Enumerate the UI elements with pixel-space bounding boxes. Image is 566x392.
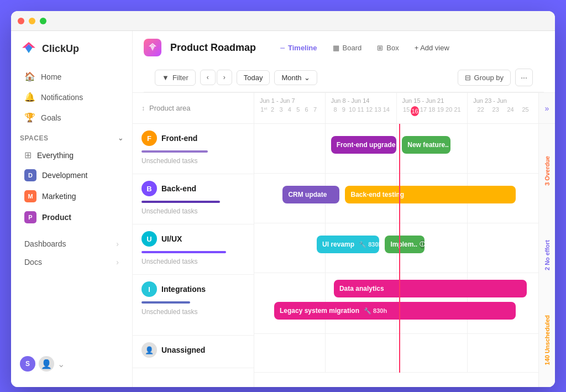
project-icon: [144, 39, 161, 56]
task-crm-update[interactable]: CRM update: [282, 186, 339, 203]
row-header-unassigned: 👤 Unassigned: [133, 342, 254, 358]
unscheduled-label-container[interactable]: 140 Unscheduled: [544, 298, 551, 383]
product-badge: P: [24, 211, 36, 223]
day-numbers-4: 22 23 24 25: [473, 106, 533, 113]
sort-icon: ↕: [142, 104, 145, 112]
sidebar-item-product[interactable]: P Product: [15, 207, 128, 227]
minimize-button[interactable]: [29, 18, 35, 24]
nav-notifications-label: Notifications: [41, 93, 83, 102]
app-window: ClickUp 🏠 Home 🔔 Notifications 🏆 Goals S…: [11, 11, 555, 387]
more-options-button[interactable]: ···: [515, 69, 533, 86]
tab-box[interactable]: ⊞ Box: [370, 40, 405, 55]
timeline-area-header: ↕ Product area: [133, 93, 254, 124]
backend-title: Back-end: [161, 184, 196, 193]
prev-button[interactable]: ‹: [200, 70, 216, 85]
row-header-uiux: U UI/UX: [133, 231, 254, 247]
unassigned-avatar: 👤: [142, 342, 157, 358]
week-header-1: Jun 1 - Jun 7 1ˢᵗ 2 3 4 5 6 7: [254, 93, 326, 123]
day-numbers-3: 15 16 17 18 19 20 21: [402, 106, 462, 116]
sidebar-footer: S 👤 ⌄: [11, 349, 132, 378]
integrations-progress-bar: [142, 301, 190, 304]
backend-avatar: B: [142, 181, 157, 196]
maximize-button[interactable]: [40, 18, 46, 24]
tab-timeline[interactable]: ⏤ Timeline: [274, 40, 324, 55]
task-backend-testing[interactable]: Back-end testing: [345, 186, 515, 203]
next-button[interactable]: ›: [217, 70, 232, 85]
clickup-logo-icon: [20, 40, 38, 58]
grid-col-un-2: [326, 334, 397, 372]
row-header-backend: B Back-end: [133, 181, 254, 196]
task-new-feature[interactable]: New feature.. ⓘ: [402, 136, 450, 154]
timeline-row-unassigned: 👤 Unassigned: [133, 336, 254, 368]
task-frontend-upgrade[interactable]: Front-end upgrade 🔧 830h: [331, 136, 396, 154]
overdue-label-container[interactable]: 3 Overdue: [544, 128, 551, 213]
user-avatar-s[interactable]: S: [20, 356, 35, 372]
everything-label: Everything: [37, 151, 74, 160]
task-data-analytics[interactable]: Data analytics: [334, 280, 527, 297]
user-dropdown-icon[interactable]: ⌄: [57, 359, 65, 369]
noeffort-label-container[interactable]: 2 No effort: [544, 213, 551, 297]
development-label: Development: [42, 171, 88, 180]
titlebar: [11, 11, 555, 31]
marketing-badge: M: [24, 190, 36, 202]
toolbar: ▼ Filter ‹ › Today Month ⌄: [144, 63, 544, 92]
week-header-2: Jun 8 - Jun 14 8 9 10 11 12 13 14: [326, 93, 397, 123]
grid-row-backend: CRM update Back-end testing: [254, 174, 538, 223]
timeline-row-integrations: I Integrations Unscheduled tasks: [133, 275, 254, 336]
everything-grid-icon: ⊞: [24, 150, 32, 160]
spaces-collapse-icon[interactable]: ⌄: [118, 134, 124, 142]
bell-icon: 🔔: [24, 92, 35, 102]
task-ui-revamp[interactable]: UI revamp 🔧 830h: [317, 236, 379, 253]
sidebar-item-notifications[interactable]: 🔔 Notifications: [15, 87, 128, 107]
sidebar-item-everything[interactable]: ⊞ Everything: [15, 146, 128, 164]
week-header-3: Jun 15 - Jun 21 15 16 17 18 19 20 21: [397, 93, 468, 123]
collapse-arrow[interactable]: »: [545, 104, 549, 113]
integrations-title: Integrations: [161, 285, 206, 294]
close-button[interactable]: [18, 18, 24, 24]
spaces-label: Spaces: [20, 134, 48, 142]
grid-row-unassigned: [254, 334, 538, 373]
day-numbers-2: 8 9 10 11 12 13 14: [331, 106, 391, 113]
right-panel: » 3 Overdue 2 No effort 140 Unscheduled: [538, 93, 555, 387]
month-button[interactable]: Month ⌄: [274, 70, 317, 85]
tab-board[interactable]: ▦ Board: [326, 40, 369, 55]
sidebar-item-home[interactable]: 🏠 Home: [15, 67, 128, 86]
frontend-unscheduled: Unscheduled tasks: [133, 155, 254, 167]
add-view-button[interactable]: + Add view: [408, 40, 456, 55]
grid-row-integrations: Data analytics Legacy system migration 🔧…: [254, 273, 538, 334]
uiux-unscheduled: Unscheduled tasks: [133, 255, 254, 268]
nav-home-label: Home: [41, 72, 61, 81]
grid-col-un-1: [254, 334, 326, 372]
filter-button[interactable]: ▼ Filter: [155, 70, 196, 86]
sidebar-item-development[interactable]: D Development: [15, 165, 128, 185]
product-label: Product: [42, 213, 71, 222]
filter-icon: ▼: [162, 74, 169, 82]
timeline-icon: ⏤: [280, 44, 285, 52]
day-numbers-1: 1ˢᵗ 2 3 4 5 6 7: [260, 106, 319, 113]
app-name: ClickUp: [42, 43, 79, 55]
collapse-header: »: [539, 93, 555, 124]
view-tabs: ⏤ Timeline ▦ Board ⊞ Box + Add view: [274, 40, 456, 55]
sidebar-item-dashboards[interactable]: Dashboards ›: [15, 235, 128, 253]
grid-header: Jun 1 - Jun 7 1ˢᵗ 2 3 4 5 6 7: [254, 93, 538, 124]
task-implement[interactable]: Implem.. ⓘ: [385, 236, 424, 253]
uiux-avatar: U: [142, 231, 157, 247]
row-header-frontend: F Front-end: [133, 130, 254, 146]
sidebar-item-goals[interactable]: 🏆 Goals: [15, 108, 128, 127]
today-button[interactable]: Today: [237, 70, 270, 85]
noeffort-label: 2 No effort: [544, 240, 551, 270]
sidebar-item-docs[interactable]: Docs ›: [15, 253, 128, 271]
task-legacy-migration[interactable]: Legacy system migration 🔧 830h: [274, 302, 516, 320]
user-avatar-photo[interactable]: 👤: [39, 356, 54, 372]
app-body: ClickUp 🏠 Home 🔔 Notifications 🏆 Goals S…: [11, 31, 555, 387]
group-by-button[interactable]: ⊟ Group by: [458, 70, 511, 86]
sidebar: ClickUp 🏠 Home 🔔 Notifications 🏆 Goals S…: [11, 31, 133, 387]
grid-col-ux-4: [468, 223, 538, 273]
home-icon: 🏠: [24, 71, 35, 82]
frontend-progress-bar: [142, 150, 208, 153]
month-chevron-icon: ⌄: [304, 74, 310, 82]
dashboards-label: Dashboards: [24, 239, 111, 248]
sidebar-item-marketing[interactable]: M Marketing: [15, 186, 128, 206]
dashboards-chevron-icon: ›: [116, 239, 119, 248]
logo: ClickUp: [11, 40, 132, 66]
